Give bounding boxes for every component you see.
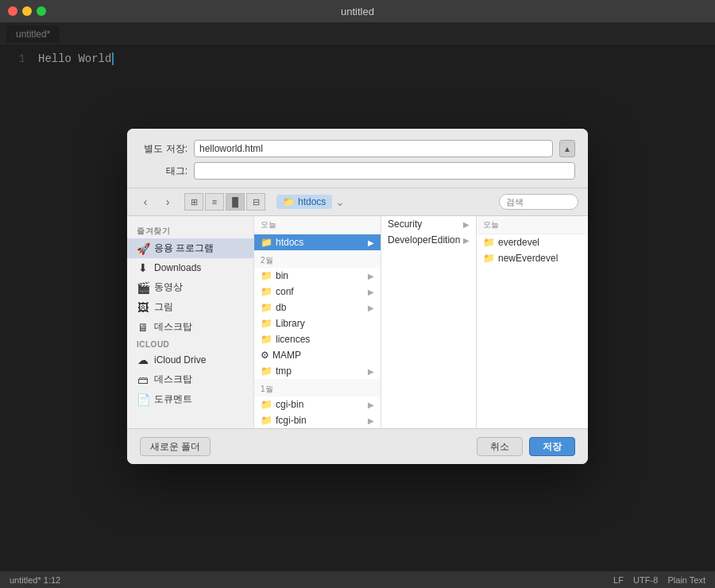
file-item-everdevel[interactable]: 📁 everdevel ▶ — [477, 234, 588, 250]
sidebar-item-videos[interactable]: 🎬 동영상 — [127, 277, 253, 297]
arrow-icon: ▶ — [368, 400, 374, 409]
file-item-name: cgi-bin — [276, 399, 303, 410]
file-item-security[interactable]: Security ▶ — [381, 216, 476, 232]
statusbar: untitled* 1:12 LF UTF-8 Plain Text — [0, 571, 715, 588]
folder-icon: 📁 — [261, 399, 272, 410]
file-item-neweverdevel[interactable]: 📁 newEverdevel ▶ — [477, 250, 588, 266]
file-item-conf[interactable]: 📁 conf ▶ — [254, 284, 381, 300]
sidebar-item-icloud-desktop[interactable]: 🗃 데스크탑 — [127, 369, 253, 389]
icon-view-button[interactable]: ⊞ — [184, 193, 203, 211]
file-item-tmp[interactable]: 📁 tmp ▶ — [254, 363, 381, 379]
arrow-icon: ▶ — [463, 236, 470, 245]
file-column-1: 오늘 📁 htdocs ▶ 2월 📁 bin ▶ — [254, 216, 381, 428]
folder-icon: 📁 — [483, 253, 495, 264]
arrow-icon: ▶ — [368, 416, 374, 425]
folder-icon: 📁 — [261, 286, 272, 297]
file-item-db[interactable]: 📁 db ▶ — [254, 300, 381, 315]
file-item-name: db — [276, 302, 286, 313]
sidebar-item-label: 동영상 — [154, 280, 183, 294]
folder-icon: 📁 — [261, 270, 272, 281]
file-item-bin[interactable]: 📁 bin ▶ — [254, 268, 381, 284]
file-item-name: MAMP — [272, 350, 301, 361]
folder-icon: 📁 — [283, 196, 295, 207]
arrow-icon: ▶ — [368, 288, 374, 296]
sidebar-item-label: iCloud Drive — [154, 354, 206, 366]
file-column-partial: Security ▶ DeveloperEdition ▶ — [381, 216, 477, 428]
sidebar-item-icloud-docs[interactable]: 📄 도큐멘트 — [127, 389, 253, 409]
statusbar-encoding: UTF-8 — [633, 575, 658, 585]
pictures-icon: 🖼 — [137, 301, 149, 314]
expand-button[interactable]: ▲ — [559, 140, 575, 157]
minimize-button[interactable] — [22, 6, 32, 16]
tag-input[interactable] — [194, 162, 575, 180]
sidebar-item-icloud-drive[interactable]: ☁ iCloud Drive — [127, 350, 253, 369]
file-item-developeredition[interactable]: DeveloperEdition ▶ — [381, 232, 476, 248]
file-item-licences[interactable]: 📁 licences — [254, 331, 381, 347]
folder-icon: 📁 — [261, 334, 272, 345]
videos-icon: 🎬 — [137, 281, 149, 294]
sidebar-item-label: 그림 — [154, 300, 173, 314]
statusbar-lf: LF — [613, 575, 624, 585]
sidebar-section-icloud: iCloud — [127, 337, 253, 350]
forward-button[interactable]: › — [159, 193, 176, 211]
titlebar: untitled — [0, 0, 715, 22]
list-view-button[interactable]: ≡ — [205, 193, 224, 211]
location-folder[interactable]: 📁 htdocs — [276, 195, 332, 209]
statusbar-type: Plain Text — [668, 575, 706, 585]
folder-icon: 📁 — [261, 366, 272, 377]
sidebar-item-pictures[interactable]: 🖼 그림 — [127, 297, 253, 317]
file-item-fcgibin[interactable]: 📁 fcgi-bin ▶ — [254, 412, 381, 428]
tag-label: 태그: — [140, 164, 187, 178]
file-item-name: tmp — [276, 366, 292, 377]
back-button[interactable]: ‹ — [137, 193, 154, 211]
save-dialog: 별도 저장: ▲ 태그: ‹ › ⊞ ≡ ▐ — [127, 129, 588, 464]
file-item-name: DeveloperEdition — [388, 234, 460, 246]
location-arrow: ⌄ — [335, 195, 345, 208]
location-bar: 📁 htdocs ⌄ — [276, 195, 345, 209]
arrow-icon: ▶ — [368, 272, 374, 280]
app-window: untitled untitled* 1 Hello World 별도 저장: — [0, 0, 715, 588]
file-item-library[interactable]: 📁 Library — [254, 315, 381, 331]
close-button[interactable] — [8, 6, 17, 16]
col1-header: 오늘 — [254, 216, 381, 234]
sidebar-item-desktop[interactable]: 🖥 데스크탑 — [127, 317, 253, 337]
file-item-mamp[interactable]: ⚙ MAMP — [254, 347, 381, 363]
coverflow-view-button[interactable]: ⊟ — [246, 193, 265, 211]
new-folder-button[interactable]: 새로운 폴더 — [140, 437, 211, 456]
statusbar-left: untitled* 1:12 — [10, 575, 60, 585]
sidebar-item-downloads[interactable]: ⬇ Downloads — [127, 258, 253, 277]
search-input[interactable] — [499, 194, 578, 210]
folder-icon: 📁 — [483, 237, 495, 248]
file-item-name: Security — [388, 219, 422, 230]
file-item-htdocs[interactable]: 📁 htdocs ▶ — [254, 234, 381, 250]
icloud-desktop-icon: 🗃 — [137, 373, 149, 386]
statusbar-right: LF UTF-8 Plain Text — [613, 575, 705, 585]
downloads-icon: ⬇ — [137, 261, 149, 274]
action-buttons: 취소 저장 — [477, 437, 575, 456]
column-view-button[interactable]: ▐▌ — [226, 193, 245, 211]
sidebar-item-apps[interactable]: 🚀 응용 프로그램 — [127, 238, 253, 258]
window-title: untitled — [341, 6, 374, 17]
icloud-docs-icon: 📄 — [137, 393, 149, 406]
file-icon: ⚙ — [261, 350, 269, 361]
maximize-button[interactable] — [37, 6, 46, 16]
arrow-icon: ▶ — [368, 304, 374, 312]
file-column-2: 오늘 📁 everdevel ▶ 📁 newEverdevel ▶ — [477, 216, 588, 428]
apps-icon: 🚀 — [137, 242, 149, 255]
filename-input[interactable] — [194, 140, 553, 157]
sidebar-item-label: 데스크탑 — [154, 373, 192, 386]
section-date-jan: 1월 — [254, 379, 381, 397]
file-item-cgibin[interactable]: 📁 cgi-bin ▶ — [254, 397, 381, 412]
file-item-name: conf — [276, 286, 294, 297]
cancel-button[interactable]: 취소 — [477, 437, 523, 456]
file-item-name: fcgi-bin — [276, 415, 307, 426]
filename-row: 별도 저장: ▲ — [140, 140, 575, 157]
folder-icon: 📁 — [261, 237, 272, 248]
sidebar-item-label: 데스크탑 — [154, 320, 192, 334]
arrow-icon: ▶ — [463, 220, 470, 229]
file-item-name: bin — [276, 270, 288, 281]
sidebar-section-favorites: 즐겨찾기 — [127, 222, 253, 238]
arrow-icon: ▶ — [368, 367, 374, 376]
dialog-files: 오늘 📁 htdocs ▶ 2월 📁 bin ▶ — [254, 216, 588, 428]
save-button[interactable]: 저장 — [529, 437, 575, 456]
